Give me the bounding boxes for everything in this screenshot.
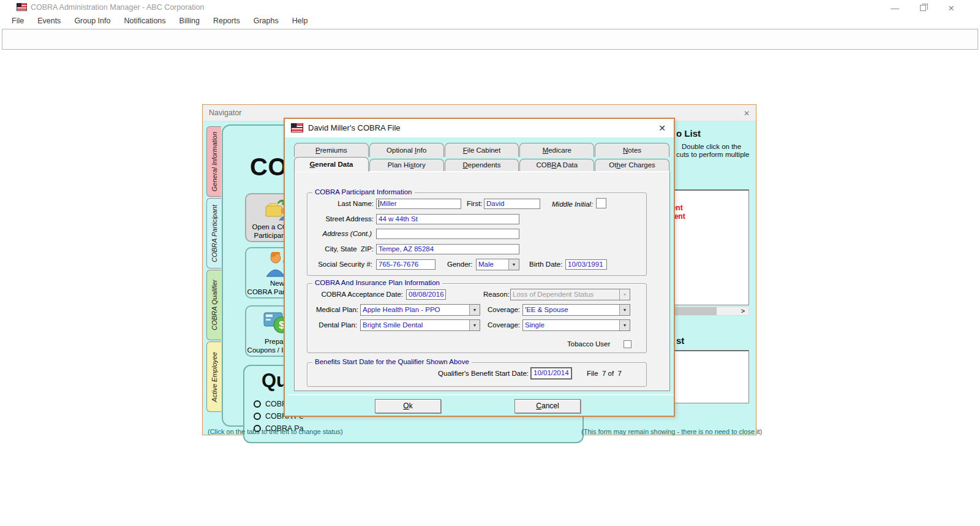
medical-coverage-label: Coverage: bbox=[488, 306, 520, 313]
reason-value: Loss of Dependent Status bbox=[511, 289, 619, 300]
dental-coverage-value: Single bbox=[523, 320, 619, 330]
dropdown-arrow-icon[interactable]: ▼ bbox=[469, 320, 480, 330]
tab-row-front: General DataPlan HistoryDependentsCOBRA … bbox=[294, 157, 670, 171]
restore-icon bbox=[920, 5, 926, 11]
desktop: COBRA Administration Manager - ABC Corpo… bbox=[0, 0, 980, 526]
last-name-input[interactable]: Miller bbox=[376, 199, 461, 209]
dialog-flag-icon bbox=[291, 123, 303, 132]
close-icon: ✕ bbox=[744, 109, 750, 118]
minimize-icon: — bbox=[891, 3, 899, 13]
navigator-status-right: (This form may remain showing - there is… bbox=[581, 428, 762, 435]
dialog-title: David Miller's COBRA File bbox=[308, 123, 401, 132]
last-name-label: Last Name: bbox=[316, 200, 374, 207]
acceptance-date-input[interactable]: 08/08/2016 bbox=[406, 289, 446, 300]
first-name-label: First: bbox=[467, 200, 483, 207]
main-titlebar: COBRA Administration Manager - ABC Corpo… bbox=[0, 0, 980, 15]
dental-plan-label: Dental Plan: bbox=[316, 321, 357, 329]
todo-list-title: o List bbox=[676, 128, 701, 139]
scroll-right-arrow-icon[interactable]: > bbox=[738, 307, 748, 315]
navigator-close-button[interactable]: ✕ bbox=[741, 108, 752, 119]
radio-icon bbox=[254, 413, 261, 420]
dental-coverage-dropdown[interactable]: Single ▼ bbox=[522, 319, 630, 331]
medical-plan-label: Medical Plan: bbox=[316, 306, 357, 313]
tab-row-back: PremiumsOptional InfoFile CabinetMedicar… bbox=[294, 143, 670, 157]
medical-coverage-value: 'EE & Spouse bbox=[523, 305, 619, 315]
side-tab-cobra-participant[interactable]: COBRA Participant bbox=[206, 198, 221, 269]
city-state-zip-input[interactable]: Tempe, AZ 85284 bbox=[376, 244, 519, 254]
menu-events[interactable]: Events bbox=[31, 15, 67, 28]
side-tab-general-information[interactable]: General Information bbox=[206, 126, 221, 197]
tab-other-charges[interactable]: Other Charges bbox=[595, 159, 669, 171]
first-name-input[interactable]: David bbox=[484, 199, 540, 209]
side-tab-cobra-qualifier[interactable]: COBRA Qualifier bbox=[206, 270, 221, 340]
menu-reports[interactable]: Reports bbox=[206, 15, 247, 28]
restore-button[interactable] bbox=[909, 0, 937, 16]
address-cont-input[interactable] bbox=[376, 229, 519, 239]
tobacco-user-label: Tobacco User bbox=[567, 340, 610, 348]
benefit-start-date-input[interactable]: 10/01/2014 bbox=[531, 368, 571, 379]
side-tab-label: COBRA Qualifier bbox=[211, 280, 218, 330]
street-address-input[interactable]: 44 w 44th St bbox=[376, 214, 519, 224]
groupbox-title: COBRA And Insurance Plan Information bbox=[312, 279, 442, 286]
dropdown-arrow-icon[interactable]: ▼ bbox=[619, 305, 630, 315]
navigator-title: Navigator bbox=[209, 109, 242, 117]
menu-file[interactable]: File bbox=[5, 15, 31, 28]
close-button[interactable]: ✕ bbox=[937, 0, 965, 16]
dropdown-arrow-icon[interactable]: ▼ bbox=[508, 259, 519, 270]
close-icon: ✕ bbox=[658, 123, 666, 133]
groupbox-title: Benefits Start Date for the Qualifier Sh… bbox=[312, 358, 472, 365]
toolbar-strip bbox=[2, 29, 978, 50]
menu-bar: FileEventsGroup InfoNotificationsBilling… bbox=[0, 15, 980, 28]
tab-medicare[interactable]: Medicare bbox=[519, 143, 594, 157]
gender-value: Male bbox=[477, 259, 508, 270]
menu-notifications[interactable]: Notifications bbox=[117, 15, 172, 28]
tab-dependents[interactable]: Dependents bbox=[445, 159, 519, 171]
tab-plan-history[interactable]: Plan History bbox=[369, 159, 444, 171]
side-tab-label: Active Employee bbox=[211, 352, 218, 402]
medical-plan-value: Apple Health Plan - PPO bbox=[361, 305, 469, 315]
dental-coverage-label: Coverage: bbox=[488, 321, 520, 329]
tab-optional-info[interactable]: Optional Info bbox=[369, 143, 444, 157]
dental-plan-value: Bright Smile Dental bbox=[361, 320, 469, 330]
dropdown-arrow-icon: ▼ bbox=[619, 289, 630, 300]
menu-help[interactable]: Help bbox=[285, 15, 315, 28]
tab-cobra-data[interactable]: COBRA Data bbox=[519, 159, 594, 171]
status-side-tabs: General InformationCOBRA ParticipantCOBR… bbox=[206, 126, 221, 413]
general-data-panel: COBRA Participant Information Last Name:… bbox=[294, 171, 670, 391]
file-counter: File 7 of 7 bbox=[587, 370, 622, 377]
app-flag-icon bbox=[17, 3, 27, 11]
ok-button[interactable]: Ok bbox=[375, 399, 441, 413]
menu-graphs[interactable]: Graphs bbox=[247, 15, 285, 28]
dropdown-arrow-icon[interactable]: ▼ bbox=[619, 320, 630, 330]
benefit-start-date-label: Qualifier's Benefit Start Date: bbox=[380, 370, 529, 377]
tab-notes[interactable]: Notes bbox=[595, 143, 669, 157]
menu-billing[interactable]: Billing bbox=[173, 15, 206, 28]
todo-hint-line1: Double click on the bbox=[682, 143, 741, 150]
tobacco-user-checkbox[interactable] bbox=[624, 340, 631, 348]
city-state-zip-label: City, State ZIP: bbox=[307, 245, 374, 253]
medical-coverage-dropdown[interactable]: 'EE & Spouse ▼ bbox=[522, 304, 630, 316]
tab-general-data[interactable]: General Data bbox=[294, 157, 369, 172]
dental-plan-dropdown[interactable]: Bright Smile Dental ▼ bbox=[360, 319, 480, 331]
dialog-close-button[interactable]: ✕ bbox=[655, 121, 669, 135]
gender-dropdown[interactable]: Male ▼ bbox=[476, 259, 519, 270]
tab-premiums[interactable]: Premiums bbox=[294, 143, 369, 157]
reason-dropdown: Loss of Dependent Status ▼ bbox=[510, 289, 630, 300]
ssn-input[interactable]: 765-76-7676 bbox=[376, 259, 435, 270]
groupbox-title: COBRA Participant Information bbox=[312, 188, 415, 196]
menu-group-info[interactable]: Group Info bbox=[67, 15, 117, 28]
birth-date-label: Birth Date: bbox=[529, 261, 562, 268]
tab-file-cabinet[interactable]: File Cabinet bbox=[445, 143, 519, 157]
minimize-button[interactable]: — bbox=[881, 0, 909, 16]
cancel-button[interactable]: Cancel bbox=[514, 399, 581, 413]
side-tab-active-employee[interactable]: Active Employee bbox=[206, 341, 221, 412]
navigator-status-left: (Click on the tabs to the left to change… bbox=[208, 428, 343, 435]
dropdown-arrow-icon[interactable]: ▼ bbox=[469, 305, 480, 315]
middle-initial-input[interactable] bbox=[596, 198, 606, 208]
text-caret bbox=[379, 200, 379, 207]
birth-date-input[interactable]: 10/03/1991 bbox=[565, 259, 607, 270]
close-icon: ✕ bbox=[948, 4, 955, 13]
radio-icon bbox=[254, 400, 261, 408]
ssn-label: Social Security #: bbox=[307, 261, 372, 268]
medical-plan-dropdown[interactable]: Apple Health Plan - PPO ▼ bbox=[360, 304, 480, 316]
